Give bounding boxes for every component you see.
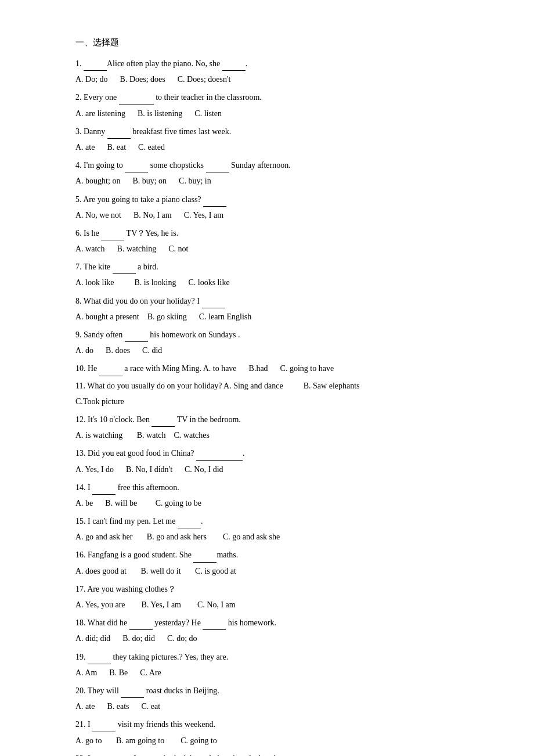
section-title: 一、选择题: [75, 35, 459, 51]
question-11: 11. What do you usually do on your holid…: [75, 379, 459, 409]
question-16: 16. Fangfang is a good student. She math…: [75, 548, 459, 578]
q1-num: 1.: [75, 59, 84, 68]
question-7: 7. The kite a bird. A. look like B. is l…: [75, 260, 459, 290]
question-22: 22. Last summer. I in the lake and playe…: [75, 751, 459, 756]
question-4: 4. I'm going to some chopsticks Sunday a…: [75, 158, 459, 188]
question-17: 17. Are you washing clothes？ A. Yes, you…: [75, 582, 459, 612]
question-8: 8. What did you do on your holiday? I A.…: [75, 294, 459, 324]
question-1: 1. Alice often play the piano. No, she .…: [75, 56, 459, 87]
question-13: 13. Did you eat good food in China? . A.…: [75, 446, 459, 476]
question-5: 5. Are you going to take a piano class? …: [75, 192, 459, 222]
question-18: 18. What did he yesterday? He his homewo…: [75, 615, 459, 646]
question-6: 6. Is he TV？Yes, he is. A. watch B. watc…: [75, 226, 459, 256]
question-2: 2. Every one to their teacher in the cla…: [75, 90, 459, 120]
question-21: 21. I visit my friends this weekend. A. …: [75, 717, 459, 747]
question-15: 15. I can't find my pen. Let me . A. go …: [75, 514, 459, 544]
question-12: 12. It's 10 o'clock. Ben TV in the bedro…: [75, 412, 459, 442]
question-14: 14. I free this afternoon. A. be B. will…: [75, 480, 459, 510]
question-10: 10. He a race with Ming Ming. A. to have…: [75, 361, 459, 376]
question-19: 19. they taking pictures.? Yes, they are…: [75, 650, 459, 680]
question-20: 20. They will roast ducks in Beijing. A.…: [75, 683, 459, 714]
question-3: 3. Danny breakfast five times last week.…: [75, 124, 459, 154]
question-9: 9. Sandy often his homework on Sundays .…: [75, 327, 459, 358]
